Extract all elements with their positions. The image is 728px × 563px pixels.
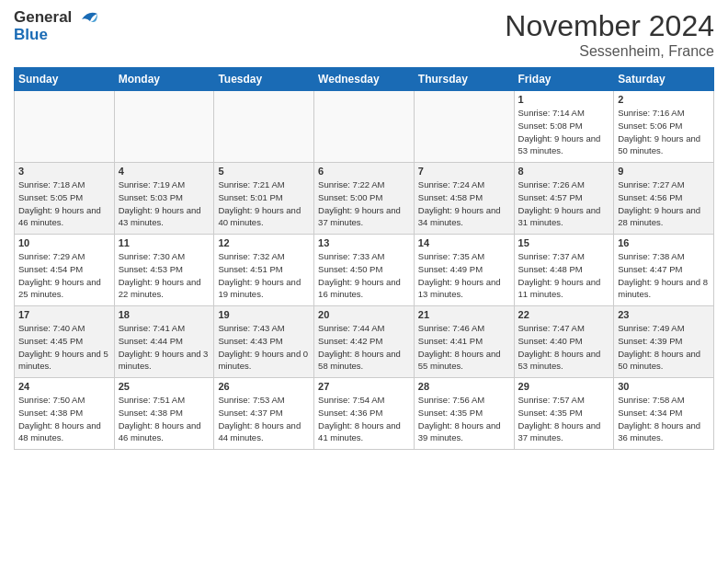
calendar-cell: 18 Sunrise: 7:41 AMSunset: 4:44 PMDaylig…	[114, 306, 214, 378]
calendar-cell	[414, 91, 514, 163]
calendar-cell	[214, 91, 314, 163]
calendar-cell: 16 Sunrise: 7:38 AMSunset: 4:47 PMDaylig…	[614, 235, 714, 306]
calendar-cell: 15 Sunrise: 7:37 AMSunset: 4:48 PMDaylig…	[514, 235, 614, 306]
calendar-cell: 13 Sunrise: 7:33 AMSunset: 4:50 PMDaylig…	[314, 235, 415, 306]
calendar-week-4: 24 Sunrise: 7:50 AMSunset: 4:38 PMDaylig…	[15, 378, 714, 450]
calendar-cell: 3 Sunrise: 7:18 AMSunset: 5:05 PMDayligh…	[15, 163, 115, 235]
month-title: November 2024	[505, 9, 714, 43]
page-header: General Blue November 2024 Sessenheim, F…	[14, 9, 714, 60]
col-saturday: Saturday	[614, 68, 714, 91]
calendar-week-3: 17 Sunrise: 7:40 AMSunset: 4:45 PMDaylig…	[15, 306, 714, 378]
logo-bird-icon	[77, 8, 99, 30]
calendar-cell: 2 Sunrise: 7:16 AMSunset: 5:06 PMDayligh…	[614, 91, 714, 163]
col-tuesday: Tuesday	[214, 68, 314, 91]
col-friday: Friday	[514, 68, 614, 91]
calendar-cell	[314, 91, 415, 163]
calendar-cell: 1 Sunrise: 7:14 AMSunset: 5:08 PMDayligh…	[514, 91, 614, 163]
calendar-cell: 21 Sunrise: 7:46 AMSunset: 4:41 PMDaylig…	[414, 306, 514, 378]
logo: General Blue	[14, 9, 99, 43]
calendar-cell: 12 Sunrise: 7:32 AMSunset: 4:51 PMDaylig…	[214, 235, 314, 306]
calendar-cell: 22 Sunrise: 7:47 AMSunset: 4:40 PMDaylig…	[514, 306, 614, 378]
calendar-week-2: 10 Sunrise: 7:29 AMSunset: 4:54 PMDaylig…	[15, 235, 714, 306]
calendar-cell: 10 Sunrise: 7:29 AMSunset: 4:54 PMDaylig…	[15, 235, 115, 306]
location: Sessenheim, France	[505, 43, 714, 60]
calendar-cell: 9 Sunrise: 7:27 AMSunset: 4:56 PMDayligh…	[614, 163, 714, 235]
col-wednesday: Wednesday	[314, 68, 415, 91]
calendar-cell: 6 Sunrise: 7:22 AMSunset: 5:00 PMDayligh…	[314, 163, 415, 235]
calendar-cell: 19 Sunrise: 7:43 AMSunset: 4:43 PMDaylig…	[214, 306, 314, 378]
calendar-cell: 11 Sunrise: 7:30 AMSunset: 4:53 PMDaylig…	[114, 235, 214, 306]
logo-text: General Blue	[14, 9, 72, 43]
calendar-cell: 8 Sunrise: 7:26 AMSunset: 4:57 PMDayligh…	[514, 163, 614, 235]
calendar-cell: 20 Sunrise: 7:44 AMSunset: 4:42 PMDaylig…	[314, 306, 415, 378]
col-monday: Monday	[114, 68, 214, 91]
title-section: November 2024 Sessenheim, France	[505, 9, 714, 60]
calendar-week-1: 3 Sunrise: 7:18 AMSunset: 5:05 PMDayligh…	[15, 163, 714, 235]
header-row: Sunday Monday Tuesday Wednesday Thursday…	[15, 68, 714, 91]
calendar-cell: 5 Sunrise: 7:21 AMSunset: 5:01 PMDayligh…	[214, 163, 314, 235]
calendar-cell: 4 Sunrise: 7:19 AMSunset: 5:03 PMDayligh…	[114, 163, 214, 235]
calendar-week-0: 1 Sunrise: 7:14 AMSunset: 5:08 PMDayligh…	[15, 91, 714, 163]
calendar-cell: 26 Sunrise: 7:53 AMSunset: 4:37 PMDaylig…	[214, 378, 314, 450]
calendar-cell: 24 Sunrise: 7:50 AMSunset: 4:38 PMDaylig…	[15, 378, 115, 450]
calendar-cell: 28 Sunrise: 7:56 AMSunset: 4:35 PMDaylig…	[414, 378, 514, 450]
col-sunday: Sunday	[15, 68, 115, 91]
calendar-cell: 14 Sunrise: 7:35 AMSunset: 4:49 PMDaylig…	[414, 235, 514, 306]
calendar-cell: 17 Sunrise: 7:40 AMSunset: 4:45 PMDaylig…	[15, 306, 115, 378]
calendar-cell: 7 Sunrise: 7:24 AMSunset: 4:58 PMDayligh…	[414, 163, 514, 235]
calendar-cell: 23 Sunrise: 7:49 AMSunset: 4:39 PMDaylig…	[614, 306, 714, 378]
calendar-cell: 30 Sunrise: 7:58 AMSunset: 4:34 PMDaylig…	[614, 378, 714, 450]
calendar-cell	[114, 91, 214, 163]
calendar-cell: 25 Sunrise: 7:51 AMSunset: 4:38 PMDaylig…	[114, 378, 214, 450]
col-thursday: Thursday	[414, 68, 514, 91]
calendar-table: Sunday Monday Tuesday Wednesday Thursday…	[14, 67, 714, 450]
calendar-cell	[15, 91, 115, 163]
calendar-cell: 29 Sunrise: 7:57 AMSunset: 4:35 PMDaylig…	[514, 378, 614, 450]
calendar-cell: 27 Sunrise: 7:54 AMSunset: 4:36 PMDaylig…	[314, 378, 415, 450]
